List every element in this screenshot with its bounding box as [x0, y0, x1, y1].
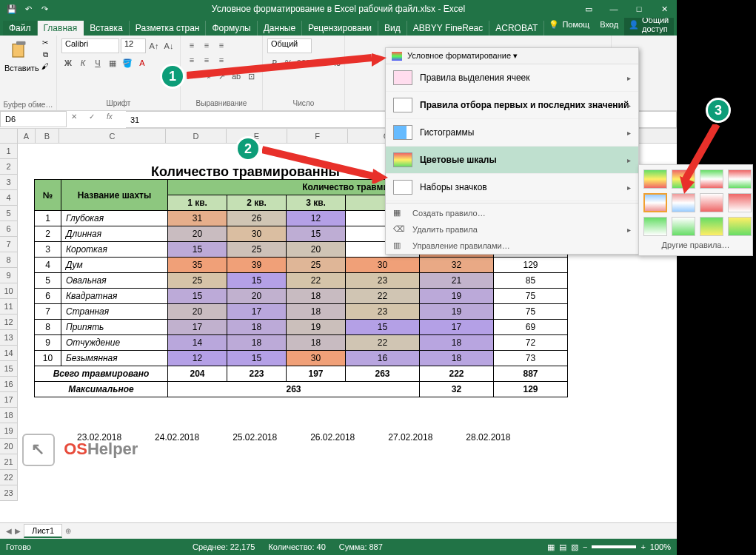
row-header[interactable]: 12	[0, 314, 18, 330]
name-box[interactable]: D6	[0, 111, 67, 127]
row-header[interactable]: 16	[0, 377, 18, 392]
bold-icon[interactable]: Ж	[61, 56, 75, 70]
scale-gyr[interactable]	[643, 169, 667, 189]
view-tab[interactable]: Вид	[378, 21, 407, 36]
icon-sets[interactable]: Наборы значков ▸	[386, 174, 638, 201]
row-header[interactable]: 8	[0, 252, 18, 268]
more-rules[interactable]: Другие правила…	[643, 236, 748, 251]
data-tab[interactable]: Данные	[258, 21, 302, 36]
close-button[interactable]: ✕	[652, 0, 677, 18]
scale-gw[interactable]	[643, 217, 667, 236]
row-header[interactable]: 10	[0, 283, 18, 299]
scale-rw[interactable]	[728, 193, 752, 212]
layout-tab[interactable]: Разметка стран	[130, 21, 207, 36]
top-bottom-rules[interactable]: Правила отбора первых и последних значен…	[386, 92, 638, 119]
save-icon[interactable]: 💾	[4, 1, 19, 16]
cut-icon[interactable]: ✂	[39, 38, 52, 49]
formulas-tab[interactable]: Формулы	[206, 21, 257, 36]
data-bars[interactable]: Гистограммы ▸	[386, 119, 638, 147]
scale-rwg[interactable]	[728, 169, 752, 189]
maximize-button[interactable]: □	[626, 0, 652, 18]
row-header[interactable]: 2	[0, 159, 18, 175]
row-header[interactable]: 14	[0, 346, 18, 361]
row-header[interactable]: 21	[0, 454, 18, 470]
zoom-in-icon[interactable]: +	[640, 542, 645, 551]
row-header[interactable]: 5	[0, 206, 18, 221]
review-tab[interactable]: Рецензировани	[302, 21, 378, 36]
format-painter-icon[interactable]: 🖌	[39, 62, 52, 73]
row-header[interactable]: 20	[0, 439, 18, 454]
view-normal-icon[interactable]: ▦	[547, 542, 555, 552]
select-all[interactable]	[0, 129, 18, 143]
font-family-select[interactable]: Calibri	[61, 38, 119, 53]
view-layout-icon[interactable]: ▤	[559, 542, 566, 552]
scale-gy[interactable]	[700, 217, 723, 236]
row-header[interactable]: 4	[0, 190, 18, 206]
decrease-font-icon[interactable]: A↓	[162, 39, 175, 53]
date-cell: 28.02.2018	[466, 432, 510, 443]
row-header[interactable]: 3	[0, 175, 18, 190]
row-header[interactable]: 9	[0, 268, 18, 283]
enter-formula-icon[interactable]: ✓	[89, 112, 104, 127]
row-header[interactable]: 6	[0, 221, 18, 237]
col-header[interactable]: B	[36, 129, 59, 143]
minimize-button[interactable]: —	[601, 0, 626, 18]
clear-rules[interactable]: ⌫Удалить правила▸	[386, 221, 638, 238]
zoom-slider[interactable]	[592, 545, 636, 548]
prev-sheet-icon[interactable]: ◀	[6, 527, 12, 535]
row-header[interactable]: 22	[0, 470, 18, 485]
row-header[interactable]: 1	[0, 144, 18, 159]
cancel-formula-icon[interactable]: ✕	[71, 112, 86, 127]
col-header[interactable]: D	[166, 129, 227, 143]
color-scales[interactable]: Цветовые шкалы ▸	[386, 147, 638, 174]
row-header[interactable]: 7	[0, 237, 18, 252]
zoom-out-icon[interactable]: −	[583, 542, 587, 551]
border-icon[interactable]: ▦	[106, 56, 119, 70]
home-tab[interactable]: Главная	[38, 21, 84, 36]
manage-rules[interactable]: ▥Управление правилами…	[386, 238, 638, 254]
ribbon-options-icon[interactable]: ▭	[576, 0, 601, 18]
paste-button[interactable]: Вставить	[4, 38, 36, 73]
italic-icon[interactable]: К	[76, 56, 90, 70]
insert-tab[interactable]: Вставка	[84, 21, 130, 36]
row-header[interactable]: 17	[0, 392, 18, 408]
align-middle-icon[interactable]: ≡	[200, 38, 213, 52]
align-top-icon[interactable]: ≡	[185, 38, 198, 52]
redo-icon[interactable]: ↷	[37, 1, 52, 16]
col-header[interactable]: C	[59, 129, 166, 143]
abbyy-tab[interactable]: ABBYY FineReac	[407, 21, 490, 36]
view-break-icon[interactable]: ▧	[571, 542, 578, 552]
row-header[interactable]: 11	[0, 299, 18, 314]
scale-yg[interactable]	[728, 217, 752, 236]
next-sheet-icon[interactable]: ▶	[15, 527, 21, 535]
sheet-tab[interactable]: Лист1	[24, 524, 62, 538]
align-bottom-icon[interactable]: ≡	[215, 38, 228, 52]
new-sheet-icon[interactable]: ⊕	[65, 527, 71, 535]
acrobat-tab[interactable]: ACROBAT	[489, 21, 544, 36]
fill-color-icon[interactable]: 🪣	[121, 56, 134, 70]
col-header[interactable]: F	[287, 129, 348, 143]
row-header[interactable]: 23	[0, 485, 18, 501]
new-rule[interactable]: ▦Создать правило…	[386, 205, 638, 221]
copy-icon[interactable]: ⧉	[39, 50, 52, 61]
scale-wg[interactable]	[672, 217, 695, 236]
underline-icon[interactable]: Ч	[91, 56, 104, 70]
row-header[interactable]: 18	[0, 408, 18, 423]
zoom-level[interactable]: 100%	[650, 542, 671, 551]
row-header[interactable]: 15	[0, 361, 18, 377]
highlight-cells-rules[interactable]: Правила выделения ячеек ▸	[386, 64, 638, 92]
cond-format-button[interactable]: Условное форматирование ▾	[386, 48, 638, 64]
font-size-select[interactable]: 12	[121, 38, 146, 53]
row-header[interactable]: 13	[0, 330, 18, 346]
scale-bwr[interactable]	[643, 193, 667, 212]
fx-icon[interactable]: fx	[107, 112, 121, 127]
col-header[interactable]: A	[18, 129, 36, 143]
scale-wr[interactable]	[700, 193, 723, 212]
row-header[interactable]: 19	[0, 423, 18, 439]
increase-font-icon[interactable]: A↑	[147, 39, 161, 53]
scale-rwb[interactable]	[672, 193, 695, 212]
number-format-select[interactable]: Общий	[267, 38, 312, 53]
undo-icon[interactable]: ↶	[21, 1, 36, 16]
file-tab[interactable]: Файл	[3, 21, 38, 36]
font-color-icon[interactable]: A	[136, 56, 149, 70]
